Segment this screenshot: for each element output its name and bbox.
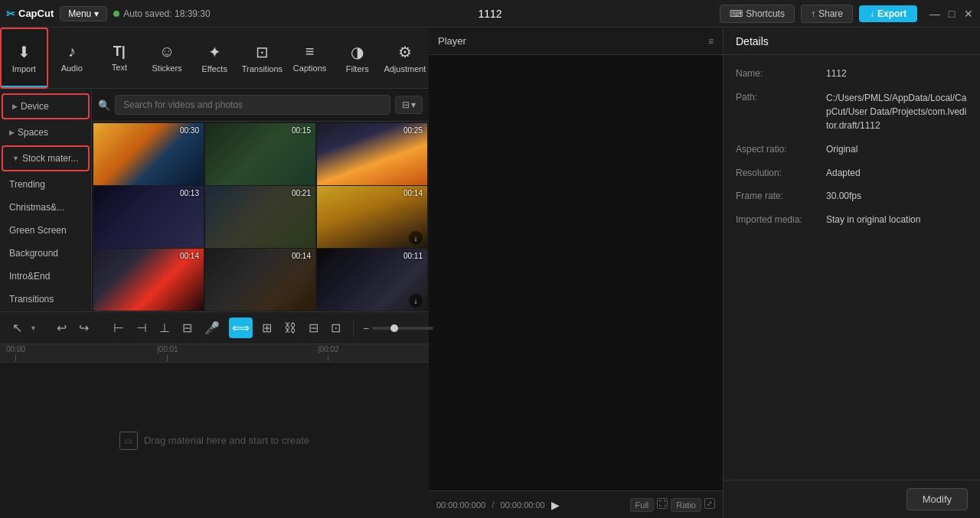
- media-thumb-3[interactable]: 00:25: [317, 123, 427, 185]
- toolbar-stickers[interactable]: ☺ Stickers: [143, 28, 191, 89]
- resolution-value: Adapted: [826, 167, 861, 180]
- sidebar-item-greenscreen[interactable]: Green Screen: [0, 219, 91, 242]
- modify-button[interactable]: Modify: [906, 488, 968, 510]
- detail-row-path: Path: C:/Users/PMLS/AppData/Local/CapCut…: [736, 91, 968, 132]
- minimize-button[interactable]: —: [929, 8, 940, 19]
- screen-fit-button[interactable]: ⛶: [657, 498, 668, 509]
- split-button[interactable]: ⊞: [259, 318, 275, 338]
- filters-icon: ◑: [351, 43, 364, 61]
- cursor-tool-button[interactable]: ↖: [9, 318, 25, 338]
- sidebar-greenscreen-label: Green Screen: [9, 225, 67, 236]
- fullscreen-button[interactable]: ⤢: [704, 498, 715, 509]
- toolbar-text-label: Text: [112, 63, 127, 72]
- split-end-button[interactable]: ⊣: [133, 318, 150, 338]
- sidebar-introend-label: Intro&End: [9, 271, 50, 282]
- toolbar-text[interactable]: T| Text: [96, 28, 143, 89]
- app-logo: ✂ CapCut: [6, 8, 54, 20]
- logo-icon: ✂: [6, 8, 15, 20]
- sidebar-item-stock[interactable]: ▼ Stock mater...: [2, 145, 90, 171]
- mic-button[interactable]: 🎤: [201, 318, 223, 338]
- menu-button[interactable]: Menu ▾: [60, 6, 107, 21]
- frame-rate-value: 30.00fps: [826, 190, 861, 203]
- sidebar-item-background[interactable]: Background: [0, 242, 91, 265]
- sidebar-item-transitions[interactable]: Transitions: [0, 288, 91, 311]
- toolbar-effects[interactable]: ✦ Effects: [191, 28, 238, 89]
- media-thumb-9[interactable]: 00:11 ↓: [317, 249, 427, 311]
- sidebar-item-device[interactable]: ▶ Device: [2, 93, 90, 119]
- media-thumb-2[interactable]: 00:15: [205, 123, 315, 185]
- sidebar-item-introend[interactable]: Intro&End: [0, 265, 91, 288]
- split-mid-button[interactable]: ⊥: [156, 318, 173, 338]
- toolbar-transitions-label: Transitions: [242, 64, 283, 73]
- split-start-button[interactable]: ⊢: [110, 318, 127, 338]
- drag-hint-text: Drag material here and start to create: [144, 435, 309, 446]
- autosave-status: Auto saved: 18:39:30: [113, 8, 210, 19]
- toolbar-captions[interactable]: ≡ Captions: [286, 28, 333, 89]
- sidebar-item-christmas[interactable]: Christmas&...: [0, 196, 91, 219]
- zoom-slider[interactable]: [372, 327, 433, 330]
- media-thumb-7[interactable]: 00:14: [93, 249, 204, 311]
- toolbar-import-label: Import: [12, 64, 36, 73]
- sidebar-item-spaces[interactable]: ▶ Spaces: [0, 121, 91, 144]
- fit-icon: ⛶: [659, 500, 666, 507]
- toolbar-adjustment[interactable]: ⚙ Adjustment: [381, 28, 429, 89]
- filter-button[interactable]: ⊟ ▾: [395, 96, 423, 114]
- toolbar-audio[interactable]: ♪ Audio: [48, 28, 96, 89]
- share-label: Share: [818, 8, 843, 19]
- sidebar: ▶ Device ▶ Spaces ▼ Stock mater... Trend…: [0, 89, 92, 311]
- zoom-out-icon[interactable]: −: [363, 322, 369, 334]
- toolbar-filters[interactable]: ◑ Filters: [334, 28, 381, 89]
- name-label: Name:: [736, 67, 820, 79]
- align-button[interactable]: ⊟: [305, 318, 322, 338]
- sidebar-item-trending[interactable]: Trending: [0, 173, 91, 196]
- shortcuts-label: Shortcuts: [746, 8, 785, 19]
- toolbar-effects-label: Effects: [202, 64, 227, 73]
- stickers-icon: ☺: [159, 43, 175, 60]
- play-button[interactable]: ▶: [551, 499, 560, 511]
- redo-button[interactable]: ↪: [76, 318, 92, 338]
- export-button[interactable]: ↓ Export: [859, 5, 917, 22]
- media-thumb-8[interactable]: 00:14: [205, 249, 315, 311]
- timeline-toolbar: ↖ ▾ ↩ ↪ ⊢ ⊣ ⊥ ⊟ 🎤 ⟺ ⊞ ⛓ ⊟ ⊡: [0, 312, 429, 344]
- drag-hint: ▭ Drag material here and start to create: [119, 432, 309, 450]
- aspect-ratio-value: Original: [826, 143, 858, 156]
- filter-icon: ⊟: [402, 99, 410, 110]
- media-duration-7: 00:14: [180, 252, 199, 260]
- aspect-ratio-label: Aspect ratio:: [736, 143, 820, 155]
- delete-button[interactable]: ⊟: [179, 318, 195, 338]
- undo-button[interactable]: ↩: [54, 318, 70, 338]
- media-thumb-5[interactable]: 00:21: [205, 186, 315, 248]
- caption-button[interactable]: ⊡: [328, 318, 344, 338]
- toolbar-audio-label: Audio: [61, 64, 83, 73]
- project-name: 1112: [478, 8, 501, 20]
- media-duration-2: 00:15: [292, 126, 311, 135]
- full-button[interactable]: Full: [630, 498, 655, 512]
- media-thumb-4[interactable]: 00:13: [93, 186, 204, 248]
- menu-label: Menu: [68, 8, 91, 19]
- search-input[interactable]: [115, 95, 390, 115]
- player-viewport: [429, 55, 723, 490]
- download-icon-9[interactable]: ↓: [409, 294, 423, 308]
- share-button[interactable]: ↑ Share: [801, 5, 853, 23]
- player-time-total: 00:00:00:00: [501, 500, 545, 510]
- link-button[interactable]: ⟺: [229, 318, 253, 338]
- autosave-text: Auto saved: 18:39:30: [123, 8, 210, 19]
- export-icon: ↓: [870, 8, 874, 19]
- toolbar-transitions[interactable]: ⊡ Transitions: [238, 28, 286, 89]
- search-icon: 🔍: [98, 99, 110, 111]
- close-button[interactable]: ✕: [963, 8, 974, 19]
- download-icon-6[interactable]: ↓: [409, 231, 423, 245]
- media-duration-4: 00:13: [180, 189, 199, 197]
- ratio-button[interactable]: Ratio: [671, 498, 701, 512]
- player-menu-icon[interactable]: ≡: [708, 36, 714, 47]
- timeline-right-controls: 🎤 ⟺ ⊞ ⛓ ⊟ ⊡ − +: [201, 318, 443, 338]
- maximize-button[interactable]: □: [946, 8, 957, 19]
- chain-button[interactable]: ⛓: [281, 318, 299, 338]
- media-thumb-1[interactable]: 00:30: [93, 123, 204, 185]
- window-controls: — □ ✕: [929, 8, 974, 19]
- media-thumb-6[interactable]: 00:14 ↓: [317, 186, 427, 248]
- details-title: Details: [736, 35, 769, 47]
- sidebar-device-label: Device: [21, 101, 49, 112]
- toolbar-import[interactable]: ⬇ Import: [0, 28, 48, 89]
- shortcuts-button[interactable]: ⌨ Shortcuts: [720, 5, 795, 23]
